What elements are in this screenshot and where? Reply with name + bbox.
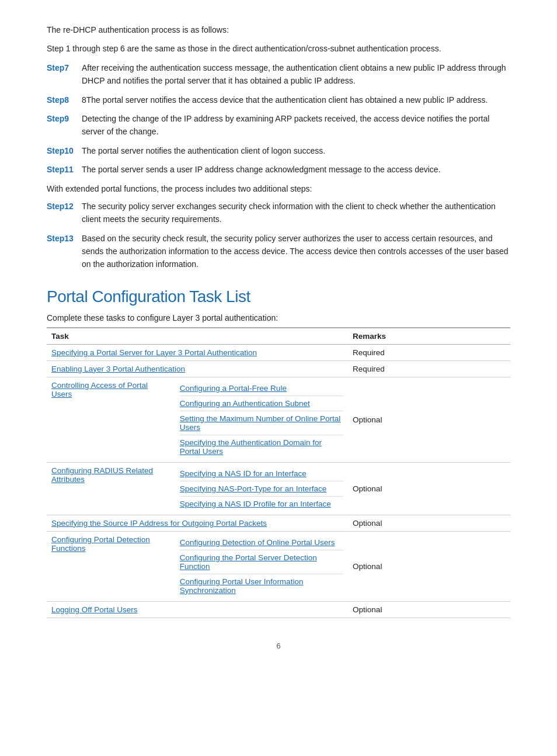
col-task: Task [47,328,348,345]
remarks-cell: Optional [348,531,510,601]
task-link[interactable]: Enabling Layer 3 Portal Authentication [51,365,185,373]
extended-note: With extended portal functions, the proc… [47,182,510,195]
table-row: Specifying a Portal Server for Layer 3 P… [47,344,510,360]
page-number: 6 [47,641,510,650]
main-task-link[interactable]: Configuring Portal Detection Functions [51,535,150,553]
step-label: Step9 [47,112,82,138]
task-link[interactable]: Logging Off Portal Users [51,605,138,614]
sub-task-link[interactable]: Specifying a NAS ID Profile for an Inter… [180,500,331,508]
task-link[interactable]: Specifying the Source IP Address for Out… [51,519,267,528]
step-content: The portal server notifies the authentic… [82,144,510,157]
step-label: Step7 [47,61,82,88]
sub-task-link[interactable]: Configuring Portal User Information Sync… [180,577,304,595]
step-content: Detecting the change of the IP address b… [82,112,510,138]
step-label: Step11 [47,163,82,176]
step-label: Step13 [47,232,82,271]
step-content: The security policy server exchanges sec… [82,200,510,226]
step-label: Step10 [47,144,82,157]
task-cell: Specifying the Source IP Address for Out… [47,515,348,531]
step-content: 8The portal server notifies the access d… [82,93,510,106]
sub-task-link[interactable]: Configuring a Portal-Free Rule [180,384,287,393]
main-task-link[interactable]: Controlling Access of Portal Users [51,381,148,398]
step-block: Step7After receiving the authentication … [47,61,510,88]
table-row: Logging Off Portal UsersOptional [47,601,510,618]
step-block: Step9Detecting the change of the IP addr… [47,112,510,138]
intro-line2: Step 1 through step 6 are the same as th… [47,42,510,55]
step-label: Step8 [47,93,82,106]
remarks-cell: Required [348,344,510,360]
step-block: Step13Based on the security check result… [47,232,510,271]
task-cell: Specifying a Portal Server for Layer 3 P… [47,344,348,360]
sub-task-link[interactable]: Configuring an Authentication Subnet [180,399,310,408]
table-row-nested: Configuring RADIUS Related AttributesSpe… [47,462,510,515]
remarks-cell: Optional [348,601,510,618]
sub-task-link[interactable]: Configuring the Portal Server Detection … [180,553,317,571]
sub-task-link[interactable]: Specifying a NAS ID for an Interface [180,469,307,478]
table-row: Enabling Layer 3 Portal AuthenticationRe… [47,360,510,377]
sub-task-link[interactable]: Specifying NAS-Port-Type for an Interfac… [180,484,326,493]
remarks-cell: Optional [348,377,510,462]
table-intro: Complete these tasks to configure Layer … [47,313,510,322]
main-task-cell: Controlling Access of Portal Users [47,377,175,462]
table-row: Specifying the Source IP Address for Out… [47,515,510,531]
task-link[interactable]: Specifying a Portal Server for Layer 3 P… [51,348,257,357]
col-remarks: Remarks [348,328,510,345]
remarks-cell: Optional [348,462,510,515]
task-cell: Enabling Layer 3 Portal Authentication [47,360,348,377]
remarks-cell: Optional [348,515,510,531]
step-block: Step10The portal server notifies the aut… [47,144,510,157]
remarks-cell: Required [348,360,510,377]
main-task-link[interactable]: Configuring RADIUS Related Attributes [51,466,153,484]
step-content: After receiving the authentication succe… [82,61,510,88]
step-block: Step12The security policy server exchang… [47,200,510,226]
sub-task-link[interactable]: Configuring Detection of Online Portal U… [180,538,335,547]
sub-tasks-cell: Configuring a Portal-Free RuleConfigurin… [175,377,348,462]
table-row-nested: Configuring Portal Detection FunctionsCo… [47,531,510,601]
step-block: Step88The portal server notifies the acc… [47,93,510,106]
task-cell: Logging Off Portal Users [47,601,348,618]
sub-tasks-cell: Configuring Detection of Online Portal U… [175,531,348,601]
main-task-cell: Configuring RADIUS Related Attributes [47,462,175,515]
table-row-nested: Controlling Access of Portal UsersConfig… [47,377,510,462]
main-task-cell: Configuring Portal Detection Functions [47,531,175,601]
sub-tasks-cell: Specifying a NAS ID for an InterfaceSpec… [175,462,348,515]
step-block: Step11The portal server sends a user IP … [47,163,510,176]
step-content: The portal server sends a user IP addres… [82,163,510,176]
intro-line1: The re-DHCP authentication process is as… [47,23,510,36]
sub-task-link[interactable]: Specifying the Authentication Domain for… [180,438,322,456]
step-content: Based on the security check result, the … [82,232,510,271]
task-table: TaskRemarks Specifying a Portal Server f… [47,327,510,618]
section-title: Portal Configuration Task List [47,287,510,306]
sub-task-link[interactable]: Setting the Maximum Number of Online Por… [180,414,340,432]
step-label: Step12 [47,200,82,226]
